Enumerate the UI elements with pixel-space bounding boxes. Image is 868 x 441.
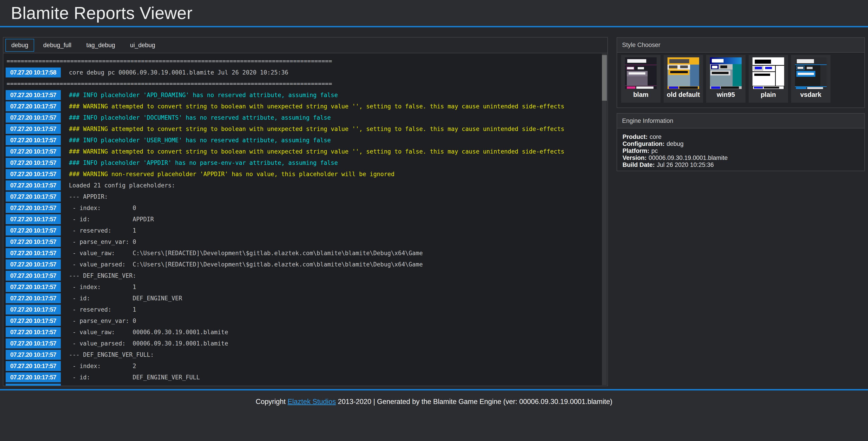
engine-info-body: Product:core Configuration:debug Platfor…: [617, 129, 864, 168]
log-timestamp-badge: 07.27.20 10:17:57: [6, 237, 61, 247]
log-timestamp-badge: 07.27.20 10:17:57: [6, 226, 61, 236]
engine-info-header: Engine Information: [617, 113, 864, 129]
theme-card-vsdark[interactable]: vsdark: [791, 55, 831, 103]
style-chooser-title: Style Chooser: [622, 41, 660, 48]
theme-label: old default: [667, 91, 700, 98]
log-timestamp-badge: 07.27.20 10:17:57: [6, 214, 61, 224]
theme-card-win95[interactable]: win95: [706, 55, 745, 103]
log-row: 07.27.20 10:17:57 --- DEF_ENGINE_VER:: [6, 270, 601, 281]
log-row: 07.27.20 10:17:57 ### WARNING non-reserv…: [6, 168, 601, 180]
log-message: ### INFO placeholder 'APPDIR' has no par…: [69, 160, 338, 166]
theme-label: vsdark: [800, 91, 822, 98]
log-row: 07.27.20 10:17:57 - parse_env_var: 0: [6, 315, 601, 327]
log-message: - index: 2: [69, 363, 136, 369]
log-message: - value_raw: C:\Users\[REDACTED]\Develop…: [69, 250, 423, 257]
log-timestamp-badge: 07.27.20 10:17:57: [6, 305, 61, 314]
log-row: ========================================…: [6, 78, 601, 90]
log-timestamp-badge: 07.27.20 10:17:57: [6, 101, 61, 111]
log-timestamp-badge: 07.27.20 10:17:58: [6, 68, 61, 77]
report-panel: debugdebug_fulltag_debugui_debug =======…: [3, 37, 608, 386]
tab-tag_debug[interactable]: tag_debug: [81, 39, 121, 52]
log-timestamp-badge: 07.27.20 10:17:57: [6, 350, 61, 360]
theme-thumbnail: [710, 57, 742, 89]
log-row: 07.27.20 10:17:57 ### INFO placeholder '…: [6, 90, 601, 101]
log-row: 07.27.20 10:17:57 ### INFO placeholder '…: [6, 157, 601, 168]
log-timestamp-badge: 07.27.20 10:17:57: [6, 169, 61, 179]
log-row: 07.27.20 10:17:57 - id: DEF_ENGINE_VER_F…: [6, 372, 601, 383]
copyright-text-suffix: 2013-2020 | Generated by the Blamite Gam…: [336, 398, 612, 406]
log-message: - value_parsed: 00006.09.30.19.0001.blam…: [69, 340, 228, 347]
engine-field: Version:00006.09.30.19.0001.blamite: [622, 155, 864, 162]
log-row: 07.27.20 10:17:57 ### WARNING attempted …: [6, 123, 601, 135]
log-timestamp-badge: 07.27.20 10:17:57: [6, 282, 61, 292]
theme-thumbnail: [668, 57, 699, 89]
log-timestamp-badge: 07.27.20 10:17:57: [6, 90, 61, 100]
log-row: 07.27.20 10:17:57 - reserved: 1: [6, 225, 601, 236]
log-row: 07.27.20 10:17:57 - index: 1: [6, 281, 601, 293]
log-timestamp-badge: 07.27.20 10:17:57: [6, 372, 61, 382]
log-timestamp-badge: 07.27.20 10:17:57: [6, 248, 61, 258]
log-message: --- DEF_ENGINE_VER_FULL:: [69, 351, 154, 358]
log-message: --- DEF_ENGINE_VER:: [69, 272, 136, 279]
log-message: ### WARNING attempted to convert string …: [69, 148, 564, 155]
log-message: ### WARNING attempted to convert string …: [69, 103, 564, 110]
log-row: 07.27.20 10:17:57 - value_raw: C:\Users\…: [6, 247, 601, 259]
log-message: - index: 0: [69, 205, 136, 211]
theme-card-plain[interactable]: plain: [749, 55, 788, 103]
log-row: 07.27.20 10:17:57 - value_raw: 00006.09.…: [6, 327, 601, 338]
engine-field-label: Version:: [622, 155, 647, 161]
engine-field-value: core: [650, 133, 662, 140]
theme-thumbnail: [795, 57, 827, 89]
blamite-reports-viewer: { "header": { "title": "Blamite Reports …: [0, 0, 868, 441]
log-row: 07.27.20 10:17:57 - id: DEF_ENGINE_VER: [6, 293, 601, 304]
style-chooser-header: Style Chooser: [617, 38, 864, 53]
elaztek-studios-link[interactable]: Elaztek Studios: [287, 398, 336, 406]
log-row: 07.27.20 10:17:57 Loaded 21 config place…: [6, 180, 601, 191]
log-timestamp-badge: 07.27.20 10:17:57: [6, 361, 61, 371]
log-row: 07.27.20 10:17:57 --- DEF_ENGINE_VER_FUL…: [6, 349, 601, 361]
log-message: - reserved: 1: [69, 306, 136, 313]
log-message: - value_parsed: C:\Users\[REDACTED]\Deve…: [69, 261, 423, 268]
theme-label: blam: [633, 91, 649, 98]
log-scrollbar[interactable]: [602, 54, 607, 385]
theme-thumbnail: [625, 57, 657, 89]
log-view[interactable]: ========================================…: [3, 54, 601, 386]
style-chooser-panel: Style Chooser blam old default win95 pla…: [617, 37, 865, 108]
log-row: 07.27.20 10:17:57 - parse_env_var: 0: [6, 236, 601, 247]
log-message: - index: 1: [69, 283, 136, 291]
log-row: 07.27.20 10:17:57 - value_parsed: 00006.…: [6, 338, 601, 349]
page-footer: Copyright Elaztek Studios 2013-2020 | Ge…: [0, 389, 868, 441]
tab-debug[interactable]: debug: [5, 39, 34, 52]
theme-label: plain: [761, 91, 776, 98]
copyright-text-prefix: Copyright: [256, 398, 287, 406]
log-message: - parse_env_var: 0: [69, 238, 136, 245]
log-message: - parse_env_var: 0: [69, 317, 136, 324]
theme-card-blam[interactable]: blam: [621, 55, 660, 103]
log-timestamp-badge: 07.27.20 10:17:57: [6, 124, 61, 134]
tab-debug_full[interactable]: debug_full: [37, 39, 77, 52]
log-timestamp-badge: 07.27.20 10:17:57: [6, 271, 61, 281]
engine-field: Build Date:Jul 26 2020 10:25:36: [622, 162, 864, 168]
log-timestamp-badge: 07.27.20 10:17:57: [6, 146, 61, 157]
theme-label: win95: [717, 91, 735, 98]
page-header: Blamite Reports Viewer: [0, 0, 868, 27]
tab-ui_debug[interactable]: ui_debug: [124, 39, 161, 52]
log-scrollbar-thumb[interactable]: [602, 55, 607, 101]
log-row: 07.27.20 10:17:57 - id: APPDIR: [6, 214, 601, 225]
engine-field-label: Build Date:: [622, 162, 655, 168]
log-row: 07.27.20 10:17:58 core debug pc 00006.09…: [6, 67, 601, 78]
engine-field-label: Platform:: [622, 147, 649, 154]
log-timestamp-badge: 07.27.20 10:17:57: [6, 293, 61, 303]
theme-card-old-default[interactable]: old default: [664, 55, 703, 103]
log-message: core debug pc 00006.09.30.19.0001.blamit…: [69, 69, 288, 76]
engine-info-title: Engine Information: [622, 117, 673, 125]
log-timestamp-badge: 07.27.20 10:17:57: [6, 113, 61, 123]
log-row: 07.27.20 10:17:57 --- APPDIR:: [6, 191, 601, 202]
log-message: --- APPDIR:: [69, 193, 108, 200]
log-timestamp-badge: 07.27.20 10:17:57: [6, 260, 61, 269]
log-timestamp-badge: 07.27.20 10:17:57: [6, 203, 61, 213]
engine-info-panel: Engine Information Product:core Configur…: [617, 113, 865, 171]
log-row: ========================================…: [6, 56, 601, 67]
report-tab-bar: debugdebug_fulltag_debugui_debug: [3, 37, 608, 53]
theme-card-list: blam old default win95 plain vsdark: [617, 53, 864, 103]
